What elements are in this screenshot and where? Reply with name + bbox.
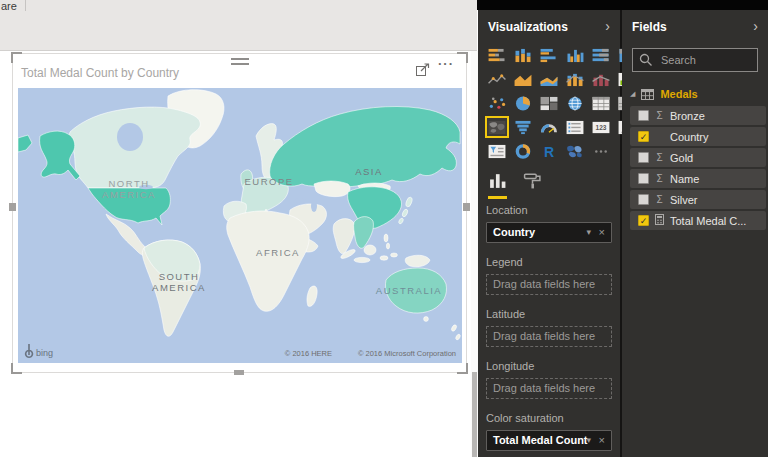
field-checkbox[interactable]: ✓: [638, 131, 649, 142]
stacked-bar-chart-icon[interactable]: [485, 44, 509, 66]
map-icon[interactable]: [563, 92, 587, 114]
shape-map-icon[interactable]: [563, 140, 587, 162]
visual-drag-handle-icon[interactable]: [231, 58, 249, 68]
field-row-country[interactable]: ✓Country: [630, 127, 766, 146]
field-row-total-medal-c-[interactable]: ✓Total Medal C...: [630, 211, 766, 230]
canvas-scrollbar-thumb[interactable]: [472, 372, 477, 457]
powerbi-desktop-window: are ··· Total Medal Count by Country: [0, 0, 768, 457]
chip-dropdown-caret-icon[interactable]: ▾: [586, 431, 591, 450]
svg-text:R: R: [544, 144, 554, 159]
funnel-icon[interactable]: [511, 116, 535, 138]
longitude-drop-slot[interactable]: Drag data fields here: [486, 378, 612, 399]
color-saturation-field-chip[interactable]: Total Medal Count▾×: [486, 430, 612, 451]
chip-value: Country: [493, 226, 535, 238]
sigma-icon: Σ: [654, 173, 665, 184]
field-row-bronze[interactable]: ΣBronze: [630, 106, 766, 125]
ribbon-area: are: [0, 0, 477, 51]
table-medals[interactable]: ◢ Medals: [622, 88, 768, 100]
collapse-fields-pane-icon[interactable]: ›: [753, 18, 758, 34]
field-checkbox[interactable]: [638, 194, 649, 205]
field-search-box[interactable]: [632, 48, 758, 72]
fields-tab[interactable]: [488, 172, 507, 199]
legend-drop-slot[interactable]: Drag data fields here: [486, 274, 612, 295]
line-stacked-column-chart-icon[interactable]: [563, 68, 587, 90]
field-checkbox[interactable]: [638, 152, 649, 163]
location-field-chip[interactable]: Country▾×: [486, 222, 612, 243]
field-label: Bronze: [670, 110, 705, 122]
field-list: ΣBronze✓CountryΣGoldΣNameΣSilver✓Total M…: [622, 106, 768, 230]
gauge-icon[interactable]: [537, 116, 561, 138]
field-wells: LocationCountry▾×LegendDrag data fields …: [486, 204, 612, 457]
resize-handle-left[interactable]: [9, 203, 16, 211]
chip-remove-icon[interactable]: ×: [599, 431, 605, 450]
pie-chart-icon[interactable]: [511, 92, 535, 114]
stacked-column-chart-icon[interactable]: [511, 44, 535, 66]
clustered-column-chart-icon[interactable]: [563, 44, 587, 66]
report-canvas[interactable]: ··· Total Medal Count by Country: [0, 51, 471, 457]
visual-more-options-icon[interactable]: ···: [438, 56, 454, 71]
label-africa: AFRICA: [256, 247, 300, 258]
stacked-area-chart-icon[interactable]: [537, 68, 561, 90]
legend-well-label: Legend: [486, 256, 612, 268]
more-options-icon[interactable]: [589, 140, 613, 162]
location-well-label: Location: [486, 204, 612, 216]
slicer-icon[interactable]: [485, 140, 509, 162]
table-expander-icon[interactable]: ◢: [630, 90, 635, 98]
selection-corner-bottom-right[interactable]: [457, 363, 468, 374]
fields-pane-title: Fields: [632, 20, 667, 34]
table-name: Medals: [660, 88, 697, 100]
field-label: Gold: [670, 152, 693, 164]
field-checkbox[interactable]: [638, 110, 649, 121]
canvas-scrollbar[interactable]: [471, 51, 478, 457]
card-icon[interactable]: 123: [589, 116, 613, 138]
label-asia: ASIA: [355, 166, 383, 177]
donut-chart-icon[interactable]: [511, 140, 535, 162]
area-chart-icon[interactable]: [511, 68, 535, 90]
latitude-drop-slot[interactable]: Drag data fields here: [486, 326, 612, 347]
field-checkbox[interactable]: [638, 173, 649, 184]
r-script-icon[interactable]: R: [537, 140, 561, 162]
svg-text:AMERICA: AMERICA: [102, 189, 156, 200]
ribbon-divider: [25, 0, 26, 11]
filled-map-icon[interactable]: [485, 116, 509, 138]
visual-type-gallery: 123R: [485, 44, 613, 162]
focus-mode-icon[interactable]: [416, 62, 430, 75]
label-australia: AUSTRALIA: [376, 285, 442, 296]
field-checkbox[interactable]: ✓: [638, 215, 649, 226]
collapse-pane-icon[interactable]: ›: [605, 18, 610, 34]
ribbon-partial-label: are: [1, 0, 17, 12]
scatter-chart-icon[interactable]: [485, 92, 509, 114]
clustered-bar-chart-icon[interactable]: [537, 44, 561, 66]
top-chrome-strip: [477, 0, 768, 10]
chip-remove-icon[interactable]: ×: [599, 223, 605, 242]
pane-tabs: [488, 172, 620, 196]
color-saturation-well-label: Color saturation: [486, 412, 612, 424]
map-attribution-microsoft: © 2016 Microsoft Corporation: [358, 349, 456, 358]
multi-row-card-icon[interactable]: [563, 116, 587, 138]
chip-dropdown-caret-icon[interactable]: ▾: [586, 223, 591, 242]
stacked-bar-100-chart-icon[interactable]: [589, 44, 613, 66]
field-row-silver[interactable]: ΣSilver: [630, 190, 766, 209]
line-clustered-column-chart-icon[interactable]: [589, 68, 613, 90]
table-icon[interactable]: [589, 92, 613, 114]
resize-handle-bottom[interactable]: [234, 370, 244, 375]
filled-map-visual[interactable]: NORTH AMERICA EUROPE ASIA AFRICA SOUTH A…: [18, 88, 462, 363]
line-chart-icon[interactable]: [485, 68, 509, 90]
format-tab[interactable]: [523, 172, 542, 196]
selection-corner-top-right[interactable]: [457, 52, 468, 63]
search-input[interactable]: [659, 50, 753, 70]
field-row-gold[interactable]: ΣGold: [630, 148, 766, 167]
visualizations-pane-title: Visualizations: [488, 20, 568, 34]
svg-text:123: 123: [596, 124, 607, 131]
field-label: Silver: [670, 194, 698, 206]
label-south-america: SOUTH: [159, 271, 200, 282]
treemap-icon[interactable]: [537, 92, 561, 114]
field-label: Name: [670, 173, 699, 185]
selection-corner-bottom-left[interactable]: [11, 363, 22, 374]
selection-corner-top-left[interactable]: [11, 52, 22, 63]
resize-handle-right[interactable]: [463, 203, 470, 211]
field-row-name[interactable]: ΣName: [630, 169, 766, 188]
sigma-icon: Σ: [654, 110, 665, 121]
search-icon: [639, 53, 653, 67]
map-visual-container[interactable]: ··· Total Medal Count by Country: [12, 53, 467, 373]
